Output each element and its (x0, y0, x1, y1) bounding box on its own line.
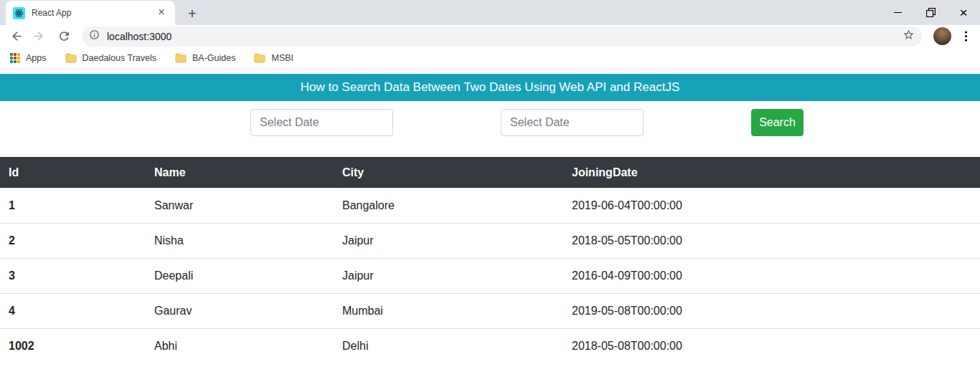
table-row: 4 Gaurav Mumbai 2019-05-08T00:00:00 (0, 294, 980, 329)
restore-icon (926, 8, 936, 17)
cell-name: Deepali (146, 259, 334, 294)
column-header-city: City (334, 157, 563, 188)
tab-title: React App (32, 8, 155, 18)
table-row: 1002 Abhi Delhi 2018-05-08T00:00:00 (0, 329, 980, 364)
table-row: 3 Deepali Jaipur 2016-04-09T00:00:00 (0, 259, 980, 294)
cell-name: Abhi (146, 329, 334, 364)
chrome-menu-button[interactable] (957, 27, 974, 47)
close-window-button[interactable]: × (947, 0, 980, 25)
column-header-id: Id (0, 157, 146, 188)
page-content: How to Search Data Between Two Dates Usi… (0, 74, 980, 363)
browser-toolbar: localhost:3000 (0, 25, 980, 47)
browser-tab[interactable]: React App × (6, 1, 175, 25)
cell-city: Mumbai (334, 294, 563, 329)
table-row: 2 Nisha Jaipur 2018-05-05T00:00:00 (0, 224, 980, 259)
search-button[interactable]: Search (751, 109, 804, 136)
address-bar[interactable]: localhost:3000 (82, 27, 922, 47)
bookmark-star-button[interactable] (903, 29, 915, 44)
tab-close-icon[interactable]: × (155, 6, 168, 19)
bookmark-label: MSBI (271, 53, 293, 63)
restore-button[interactable] (914, 0, 947, 25)
column-header-name: Name (146, 157, 334, 188)
cell-id: 4 (0, 294, 146, 329)
window-controls: × (881, 0, 980, 25)
tab-strip: React App × + × (0, 0, 980, 25)
folder-icon (254, 53, 265, 63)
cell-joining-date: 2019-06-04T00:00:00 (563, 188, 980, 224)
cell-name: Gaurav (146, 294, 334, 329)
bookmark-label: Apps (26, 53, 47, 63)
cell-city: Delhi (334, 329, 563, 364)
close-icon: × (959, 6, 967, 19)
refresh-icon (57, 29, 71, 43)
folder-icon (65, 53, 77, 63)
date-search-form: Search (0, 109, 980, 136)
apps-grid-icon (10, 53, 20, 63)
cell-id: 1 (0, 188, 146, 224)
cell-id: 3 (0, 259, 146, 294)
cell-city: Bangalore (334, 188, 563, 224)
cell-joining-date: 2018-05-08T00:00:00 (563, 329, 980, 364)
forward-arrow-icon (32, 29, 45, 43)
minimize-icon (894, 12, 902, 13)
table-header-row: Id Name City JoiningDate (0, 157, 980, 188)
page-title: How to Search Data Between Two Dates Usi… (0, 74, 980, 101)
column-header-joiningdate: JoiningDate (563, 157, 980, 188)
profile-avatar[interactable] (933, 27, 951, 45)
bookmark-folder-daedalous-travels[interactable]: Daedalous Travels (65, 53, 157, 63)
cell-name: Sanwar (146, 188, 334, 224)
cell-id: 2 (0, 224, 146, 259)
table-row: 1 Sanwar Bangalore 2019-06-04T00:00:00 (0, 188, 980, 224)
star-icon (903, 29, 915, 41)
bookmark-apps[interactable]: Apps (10, 53, 47, 63)
bookmark-label: BA-Guides (192, 53, 235, 63)
bookmark-folder-msbi[interactable]: MSBI (254, 53, 293, 63)
from-date-input[interactable] (250, 109, 393, 136)
new-tab-button[interactable]: + (182, 4, 202, 24)
cell-city: Jaipur (334, 224, 563, 259)
to-date-input[interactable] (501, 109, 644, 136)
react-favicon-icon (13, 7, 25, 19)
bookmark-folder-ba-guides[interactable]: BA-Guides (175, 53, 235, 63)
back-button[interactable] (6, 27, 27, 47)
refresh-button[interactable] (53, 27, 75, 47)
results-table-container: Id Name City JoiningDate 1 Sanwar Bangal… (0, 157, 980, 363)
folder-icon (175, 53, 187, 63)
bookmarks-bar: Apps Daedalous Travels BA-Guides MSBI (0, 47, 980, 70)
cell-joining-date: 2019-05-08T00:00:00 (563, 294, 980, 329)
cell-name: Nisha (146, 224, 334, 259)
bookmark-label: Daedalous Travels (83, 53, 157, 63)
url-text[interactable]: localhost:3000 (107, 31, 903, 42)
three-dots-icon (959, 29, 973, 43)
minimize-button[interactable] (881, 0, 914, 25)
forward-button[interactable] (27, 27, 49, 47)
cell-id: 1002 (0, 329, 146, 364)
cell-city: Jaipur (334, 259, 563, 294)
site-info-icon[interactable] (89, 29, 100, 43)
cell-joining-date: 2016-04-09T00:00:00 (563, 259, 980, 294)
results-table: Id Name City JoiningDate 1 Sanwar Bangal… (0, 157, 980, 363)
back-arrow-icon (10, 29, 24, 43)
cell-joining-date: 2018-05-05T00:00:00 (563, 224, 980, 259)
